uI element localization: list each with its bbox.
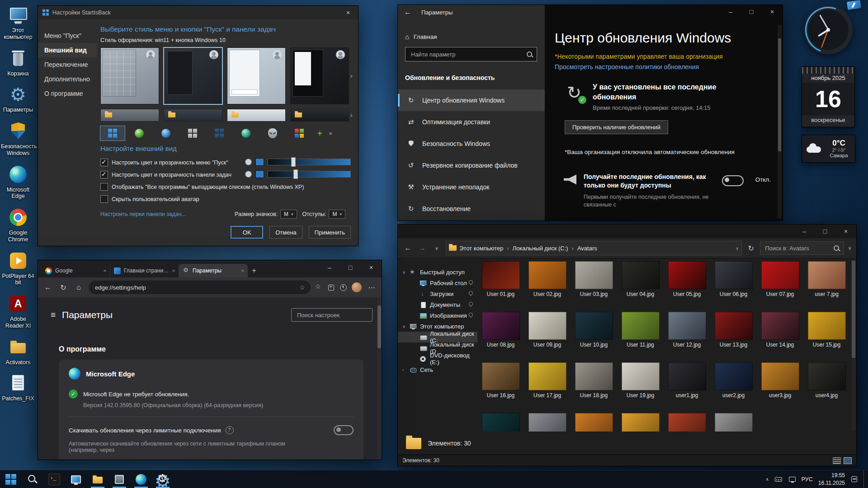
startisback-nav-item[interactable]: О программе <box>38 86 97 101</box>
opacity-slider[interactable] <box>268 159 351 165</box>
file-item[interactable]: User 18.jpg <box>571 361 617 412</box>
scrollbar[interactable] <box>377 297 382 460</box>
tab-close-icon[interactable]: × <box>172 268 175 273</box>
settings-search-box[interactable] <box>405 47 537 61</box>
tree-chevron-icon[interactable]: ∨ <box>402 270 407 275</box>
ribbon-expand-icon[interactable]: ∨ <box>848 245 852 251</box>
ok-button[interactable]: OK <box>231 226 263 239</box>
desktop-icon[interactable]: Google Chrome <box>1 207 35 243</box>
taskbar-app-button[interactable] <box>87 470 108 488</box>
file-item[interactable] <box>664 412 710 432</box>
scrollbar-thumb[interactable] <box>778 38 781 151</box>
file-item[interactable]: user1.jpg <box>664 361 710 412</box>
list-view-button[interactable] <box>833 457 841 464</box>
start-button-style-option[interactable] <box>260 126 285 141</box>
favorite-star-icon[interactable]: ☆ <box>299 284 305 291</box>
startisback-titlebar[interactable]: Настройки StartIsBack × <box>38 6 358 19</box>
file-item[interactable]: User 06.jpg <box>710 260 757 310</box>
settings-nav-item[interactable]: Устранение неполадок <box>398 176 545 198</box>
desktop-icon[interactable]: PotPlayer 64 bit <box>1 250 35 286</box>
checkbox[interactable] <box>100 183 108 191</box>
apply-button[interactable]: Применить <box>309 226 351 239</box>
desktop-icon[interactable]: Adobe Reader XI <box>1 293 35 329</box>
taskbar-app-button[interactable] <box>130 470 152 488</box>
explorer-sidebar-item[interactable]: Загрузки <box>398 288 477 299</box>
file-item[interactable]: User 04.jpg <box>617 260 664 310</box>
start-menu-style-option[interactable] <box>290 47 349 104</box>
home-button[interactable]: ⌂ <box>73 283 84 291</box>
show-desktop-button[interactable] <box>863 470 866 488</box>
scroll-right-icon[interactable]: › <box>350 71 353 80</box>
file-item[interactable]: User 16.jpg <box>477 361 524 412</box>
explorer-sidebar-item[interactable]: Рабочий стол <box>398 277 477 288</box>
refresh-icon[interactable]: ↻ <box>745 244 756 253</box>
scrollbar-thumb[interactable] <box>852 261 855 358</box>
file-item[interactable]: User 05.jpg <box>664 260 710 310</box>
breadcrumb-item[interactable]: Этот компьютер› <box>459 245 513 252</box>
clock-widget[interactable] <box>804 5 853 54</box>
file-item[interactable]: User 07.jpg <box>757 260 803 310</box>
add-custom-button[interactable]: + <box>317 129 322 138</box>
close-button[interactable]: × <box>835 225 856 238</box>
checkbox[interactable] <box>100 159 108 166</box>
file-item[interactable]: User 13.jpg <box>710 310 757 361</box>
check-updates-button[interactable]: Проверить наличие обновлений <box>565 120 668 134</box>
cancel-button[interactable]: Отмена <box>269 226 302 239</box>
settings-menu-icon[interactable]: ≡ <box>51 310 56 320</box>
auto-color-button[interactable] <box>245 171 252 178</box>
profile-avatar[interactable] <box>352 282 362 292</box>
tree-chevron-icon[interactable]: ∨ <box>402 324 407 329</box>
remove-custom-button[interactable]: × <box>329 130 333 137</box>
start-button-style-option[interactable] <box>180 126 205 141</box>
explorer-titlebar[interactable]: – □ × <box>398 225 856 238</box>
start-menu-style-option[interactable] <box>164 47 222 104</box>
start-button-style-option[interactable] <box>287 126 311 141</box>
desktop-icon[interactable]: Корзина <box>1 48 35 77</box>
startisback-nav-item[interactable]: Меню "Пуск" <box>38 28 97 43</box>
taskbar-style-option[interactable] <box>164 109 222 122</box>
slider-handle[interactable] <box>293 169 298 179</box>
settings-search-input[interactable] <box>296 311 368 319</box>
file-item[interactable] <box>571 412 617 432</box>
settings-search-input[interactable] <box>410 51 524 58</box>
opacity-slider[interactable] <box>268 171 351 178</box>
desktop-icon[interactable]: Параметры <box>1 84 35 113</box>
icon-size-select[interactable]: M▾ <box>280 210 297 219</box>
file-item[interactable]: User 08.jpg <box>477 310 524 361</box>
metered-toggle[interactable] <box>334 425 354 435</box>
file-item[interactable]: user4.jpg <box>803 361 850 412</box>
action-center-icon[interactable] <box>850 476 858 483</box>
file-item[interactable]: User 03.jpg <box>571 260 617 310</box>
collections-icon[interactable] <box>327 284 335 291</box>
settings-nav-item[interactable]: Оптимизация доставки <box>398 111 545 133</box>
file-item[interactable]: User 15.jpg <box>803 310 850 361</box>
start-menu-style-option[interactable] <box>100 47 159 104</box>
weather-widget[interactable]: 0°C 2° /-5° Самара <box>802 135 855 163</box>
startisback-nav-item[interactable]: Дополнительно <box>38 72 97 86</box>
file-item[interactable]: User 10.jpg <box>571 310 617 361</box>
taskbar-app-button[interactable] <box>43 470 65 488</box>
start-button-style-option[interactable] <box>154 126 178 141</box>
minimize-button[interactable]: – <box>794 225 815 238</box>
history-icon[interactable] <box>340 284 347 291</box>
favorites-icon[interactable] <box>315 284 323 291</box>
close-button[interactable]: × <box>338 6 358 19</box>
file-item[interactable]: User 14.jpg <box>757 310 803 361</box>
file-item[interactable]: User 01.jpg <box>477 260 524 310</box>
scrollbar[interactable] <box>778 25 782 219</box>
startisback-nav-item[interactable]: Переключение <box>38 57 97 72</box>
start-button-style-option[interactable] <box>234 126 258 141</box>
tree-chevron-icon[interactable]: › <box>402 367 407 372</box>
taskbar-app-button[interactable] <box>22 470 43 488</box>
taskbar-app-button[interactable] <box>65 470 87 488</box>
browser-tab[interactable]: Google × <box>42 264 110 277</box>
explorer-sidebar-item[interactable]: DVD-дисковод (E:) <box>398 353 477 364</box>
desktop-icon[interactable]: Activators <box>1 337 35 366</box>
back-button[interactable]: ← <box>402 244 413 252</box>
file-item[interactable] <box>477 412 524 432</box>
tab-close-icon[interactable]: × <box>241 268 244 273</box>
explorer-sidebar-item[interactable]: Изображения <box>398 310 477 321</box>
address-dropdown-icon[interactable]: ∨ <box>736 246 739 251</box>
slider-handle[interactable] <box>291 157 296 167</box>
settings-home-item[interactable]: ⌂ Главная <box>405 33 545 41</box>
